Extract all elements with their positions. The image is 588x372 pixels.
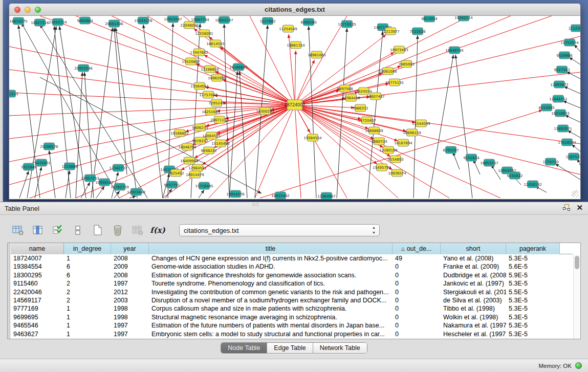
citation-edge-black[interactable]: [224, 24, 229, 198]
splitter-grip[interactable]: [252, 203, 259, 206]
table-row[interactable]: 1938455462009Genome-wide association stu…: [11, 262, 573, 271]
paper-node-16961065[interactable]: 16961065: [308, 51, 326, 58]
paper-node-16186693[interactable]: 16186693: [229, 63, 248, 71]
paper-node-9457791[interactable]: 9457791: [164, 181, 180, 188]
paper-node-9151634[interactable]: 9151634: [463, 154, 480, 161]
paper-node-9329966[interactable]: 9329966: [556, 52, 573, 59]
paper-node-12556091[interactable]: 12556091: [195, 30, 213, 37]
function-builder-icon[interactable]: f(x): [151, 224, 164, 237]
paper-node-16167694[interactable]: 16167694: [394, 139, 412, 146]
citation-network-graph[interactable]: 1663327518927316240557249862684206914061…: [9, 16, 580, 199]
citation-edge-black[interactable]: [473, 160, 480, 174]
network-window[interactable]: citations_edges.txt 16633275189273162405…: [9, 3, 581, 200]
citation-edge-black[interactable]: [19, 171, 29, 198]
paper-node-1880724[interactable]: 1880724: [371, 138, 387, 145]
close-panel-icon[interactable]: ✕: [576, 204, 583, 211]
paper-node-18927316[interactable]: 18927316: [31, 19, 49, 26]
paper-node-16853157[interactable]: 16853157: [480, 159, 498, 166]
paper-node-9245022[interactable]: 9245022: [507, 172, 522, 179]
citation-edge-black[interactable]: [40, 77, 262, 193]
citation-edge-black[interactable]: [413, 35, 418, 198]
paper-node-17447842[interactable]: 17447842: [190, 49, 208, 56]
paper-node-16633275[interactable]: 16633275: [9, 17, 28, 25]
paper-node-17016504[interactable]: 17016504: [558, 139, 576, 146]
paper-node-1527602[interactable]: 1527602: [259, 17, 275, 25]
paper-node-15716485[interactable]: 15716485: [195, 182, 213, 189]
table-row[interactable]: 946362711997Embryonic stem cells: a mode…: [11, 330, 573, 338]
table-scrollbar[interactable]: [573, 255, 580, 339]
paper-node-20364456[interactable]: 20364456: [342, 94, 360, 101]
table-row[interactable]: 911546021997Tourette syndrome. Phenomeno…: [11, 279, 573, 288]
paper-node-10688609[interactable]: 10688609: [365, 127, 383, 134]
paper-node-19343178[interactable]: 19343178: [134, 17, 153, 24]
paper-node-15692971[interactable]: 15692971: [554, 125, 572, 132]
paper-node-20671153[interactable]: 20671153: [210, 116, 229, 123]
paper-node-19242114[interactable]: 19242114: [454, 16, 473, 21]
citation-edge-black[interactable]: [129, 196, 136, 198]
citation-edge-black[interactable]: [563, 101, 580, 108]
paper-node-6793197[interactable]: 6793197: [443, 146, 459, 154]
table-mode-icon[interactable]: [11, 224, 25, 237]
float-panel-icon[interactable]: [562, 204, 570, 211]
paper-node-12160199[interactable]: 12160199: [379, 146, 398, 154]
column-header-pagerank[interactable]: pagerank: [506, 243, 560, 254]
paper-node-19384554[interactable]: 19384554: [303, 134, 322, 141]
paper-node-20053346[interactable]: 20053346: [74, 64, 93, 72]
tab-node-table[interactable]: Node Table: [221, 343, 267, 353]
network-window-titlebar[interactable]: citations_edges.txt: [9, 4, 580, 16]
paper-node-18724007[interactable]: 18724007: [285, 100, 306, 110]
paper-node-18614545[interactable]: 18614545: [206, 40, 225, 47]
delete-column-icon[interactable]: [111, 224, 124, 237]
citation-edge-black[interactable]: [572, 144, 580, 151]
paper-node-15564051[interactable]: 15564051: [190, 82, 209, 90]
citation-edge-black[interactable]: [116, 28, 137, 198]
citation-edge-black[interactable]: [565, 115, 580, 122]
citation-edge-black[interactable]: [574, 45, 580, 52]
paper-node-1774710[interactable]: 1774710: [542, 158, 558, 165]
paper-node-15720407[interactable]: 15720407: [358, 117, 376, 124]
paper-node-12964521[interactable]: 12964521: [188, 164, 207, 171]
paper-node-3624554[interactable]: 3624554: [356, 87, 372, 95]
row-height-icon[interactable]: [71, 224, 84, 237]
paper-node-5878332[interactable]: 5878332: [192, 137, 208, 144]
paper-node-7986372[interactable]: 7986372: [352, 104, 368, 112]
paper-node-12093872[interactable]: 12093872: [550, 81, 569, 88]
paper-node-3915948[interactable]: 3915948: [20, 163, 36, 170]
column-checklist-icon[interactable]: [51, 224, 64, 237]
column-header-short[interactable]: short: [441, 243, 506, 254]
paper-node-12757062[interactable]: 12757062: [199, 91, 217, 98]
citation-edge-black[interactable]: [59, 26, 86, 198]
citation-edge-red[interactable]: [147, 16, 295, 105]
citation-edge-red[interactable]: [220, 47, 295, 105]
memory-status-icon[interactable]: [575, 362, 582, 369]
paper-node-16648784[interactable]: 16648784: [445, 47, 464, 54]
citation-edge-black[interactable]: [199, 190, 204, 198]
table-row[interactable]: 1456911722003Disruption of a novel membe…: [11, 296, 573, 304]
paper-node-1215689[interactable]: 1215689: [61, 163, 77, 170]
minimize-window-icon[interactable]: [25, 7, 31, 13]
citation-edge-red[interactable]: [9, 105, 295, 116]
paper-node-7625402[interactable]: 7625402: [168, 169, 184, 177]
paper-node-20691406[interactable]: 20691406: [105, 20, 123, 27]
citation-edge-red[interactable]: [295, 36, 580, 105]
column-header-name[interactable]: name: [11, 243, 64, 254]
network-canvas[interactable]: 1663327518927316240557249862684206914061…: [9, 16, 580, 199]
paper-node-7515526[interactable]: 7515526: [409, 28, 426, 35]
table-row[interactable]: 977716911998Corpus callosum shape and si…: [11, 304, 573, 313]
paper-node-9154893[interactable]: 9154893: [387, 156, 403, 163]
paper-node-20206576[interactable]: 20206576: [40, 143, 58, 150]
paper-node-12964667[interactable]: 12964667: [317, 192, 336, 199]
column-header-title[interactable]: title: [149, 243, 393, 254]
paper-node-9227343[interactable]: 9227343: [554, 66, 570, 73]
paper-node-12342737[interactable]: 12342737: [109, 164, 127, 171]
zoom-window-icon[interactable]: [35, 7, 41, 13]
paper-node-8813054[interactable]: 8813054: [421, 16, 438, 22]
paper-node-16210643[interactable]: 16210643: [551, 110, 570, 117]
table-row[interactable]: 2242004622012Investigating the contribut…: [11, 288, 573, 296]
citation-edge-black[interactable]: [229, 71, 237, 198]
citation-edge-black[interactable]: [568, 130, 580, 138]
paper-node-1167533[interactable]: 1167533: [565, 153, 580, 160]
column-header-in_degree[interactable]: in_degree: [64, 243, 111, 254]
paper-node-7485083[interactable]: 7485083: [398, 60, 414, 68]
close-window-icon[interactable]: [14, 7, 20, 13]
